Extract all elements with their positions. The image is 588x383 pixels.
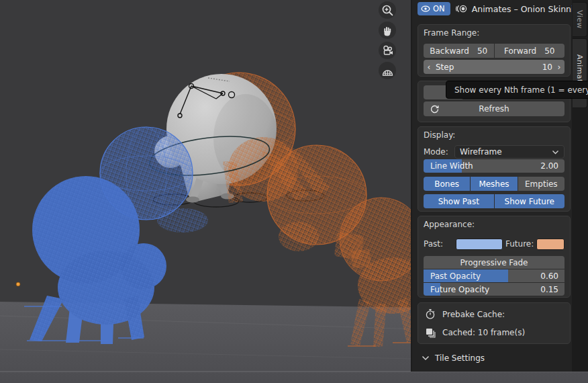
panel-title: Animates – Onion Skinning <box>472 4 585 14</box>
chevron-down-icon <box>552 150 559 155</box>
perspective-toggle-gizmo-button[interactable] <box>379 62 396 79</box>
step-increment-arrow[interactable]: › <box>554 62 565 72</box>
refresh-button[interactable]: Refresh <box>424 101 565 116</box>
mode-value: Wireframe <box>460 147 502 157</box>
filter-toggles: Bones Meshes Empties <box>424 177 565 191</box>
mode-dropdown[interactable]: Wireframe <box>454 145 565 159</box>
stopwatch-icon <box>425 308 436 320</box>
future-color-label: Future: <box>505 239 536 249</box>
frame-range-fields: Backward 50 Forward 50 <box>424 44 565 58</box>
past-color-label: Past: <box>424 239 456 249</box>
show-past-label: Show Past <box>438 197 479 206</box>
display-label: Display: <box>424 130 455 140</box>
prebake-label: Prebake Cache: <box>442 310 505 319</box>
progressive-fade-toggle[interactable]: Progressive Fade <box>424 256 565 269</box>
viewport-origin-dot <box>16 282 20 286</box>
show-past-toggle[interactable]: Show Past <box>424 194 494 208</box>
chevron-down-icon <box>422 355 430 361</box>
tile-settings-panel-header[interactable]: Tile Settings <box>422 353 485 363</box>
forward-value: 50 <box>544 46 554 56</box>
sidebar-panel: ON Animates – Onion Skinning Frame Range… <box>411 0 572 372</box>
future-opacity-label: Future Opacity <box>430 285 489 294</box>
prebake-box: Prebake Cache: Cached: 10 frame(s) <box>418 302 571 344</box>
hand-icon <box>380 23 395 38</box>
mode-label: Mode: <box>424 147 448 157</box>
show-future-toggle[interactable]: Show Future <box>495 194 565 208</box>
onion-skin-icon <box>455 3 467 14</box>
refresh-icon <box>430 104 440 114</box>
past-opacity-value: 0.60 <box>540 271 558 281</box>
past-opacity-slider[interactable]: Past Opacity 0.60 <box>424 269 565 282</box>
magnifier-plus-icon <box>380 3 395 17</box>
stacked-frames-icon <box>425 327 436 338</box>
bones-toggle[interactable]: Bones <box>424 177 470 191</box>
appearance-box: Appearance: Past: Future: Progressive Fa… <box>418 216 571 298</box>
empties-label: Empties <box>525 179 558 189</box>
past-opacity-label: Past Opacity <box>430 271 481 281</box>
zoom-gizmo-button[interactable] <box>379 1 396 19</box>
blender-window: ON Animates – Onion Skinning Frame Range… <box>0 0 588 383</box>
bones-label: Bones <box>434 179 459 189</box>
step-label: Step <box>436 62 454 72</box>
meshes-label: Meshes <box>479 179 509 189</box>
tile-settings-label: Tile Settings <box>435 353 485 363</box>
onion-skinning-on-toggle[interactable]: ON <box>418 2 450 15</box>
line-width-value: 2.00 <box>540 161 558 171</box>
eye-icon <box>421 5 430 13</box>
panel-header: ON Animates – Onion Skinning <box>418 1 584 16</box>
on-toggle-label: ON <box>433 4 445 13</box>
show-toggles: Show Past Show Future <box>424 194 565 208</box>
frame-range-label: Frame Range: <box>424 28 479 38</box>
appearance-label: Appearance: <box>424 220 475 229</box>
refresh-label: Refresh <box>479 104 509 114</box>
future-opacity-value: 0.15 <box>540 285 558 294</box>
future-color-swatch[interactable] <box>536 239 565 250</box>
meshes-toggle[interactable]: Meshes <box>471 177 517 191</box>
backward-frames-field[interactable]: Backward 50 <box>424 44 494 58</box>
mode-row: Mode: Wireframe <box>424 145 565 159</box>
pan-gizmo-button[interactable] <box>379 22 396 39</box>
display-box: Display: Mode: Wireframe Line Width 2.00… <box>418 126 571 212</box>
camera-icon <box>380 43 395 58</box>
camera-view-gizmo-button[interactable] <box>379 42 396 59</box>
viewport-gizmos <box>379 1 397 82</box>
cached-label: Cached: 10 frame(s) <box>442 328 525 337</box>
tab-view-label: View <box>575 10 584 29</box>
backward-value: 50 <box>477 46 487 56</box>
frame-range-box: Frame Range: Backward 50 Forward 50 ‹ St… <box>418 24 571 77</box>
forward-frames-field[interactable]: Forward 50 <box>495 44 565 58</box>
step-decrement-arrow[interactable]: ‹ <box>424 62 434 72</box>
prebake-row: Prebake Cache: <box>425 308 505 320</box>
step-slider[interactable]: ‹ Step 10 › <box>424 60 565 74</box>
tooltip-text: Show every Nth frame (1 = every frame <box>454 85 588 95</box>
grid-dome-icon <box>380 63 395 78</box>
past-color-swatch[interactable] <box>456 239 503 250</box>
line-width-label: Line Width <box>430 161 473 171</box>
cached-row: Cached: 10 frame(s) <box>425 327 525 338</box>
tab-view[interactable]: View <box>573 2 587 37</box>
step-value: 10 <box>542 62 552 72</box>
progressive-fade-label: Progressive Fade <box>460 258 528 267</box>
show-future-label: Show Future <box>505 197 554 206</box>
future-opacity-slider[interactable]: Future Opacity 0.15 <box>424 283 565 296</box>
forward-label: Forward <box>504 46 536 56</box>
backward-label: Backward <box>430 46 469 56</box>
ghost-color-row: Past: Future: <box>424 237 565 251</box>
empties-toggle[interactable]: Empties <box>518 177 565 191</box>
line-width-slider[interactable]: Line Width 2.00 <box>424 159 565 173</box>
fade-opacity-stack: Progressive Fade Past Opacity 0.60 Futur… <box>424 256 565 296</box>
sidebar-tabstrip: View Animates <box>572 0 588 372</box>
step-tooltip: Show every Nth frame (1 = every frame <box>446 81 588 99</box>
